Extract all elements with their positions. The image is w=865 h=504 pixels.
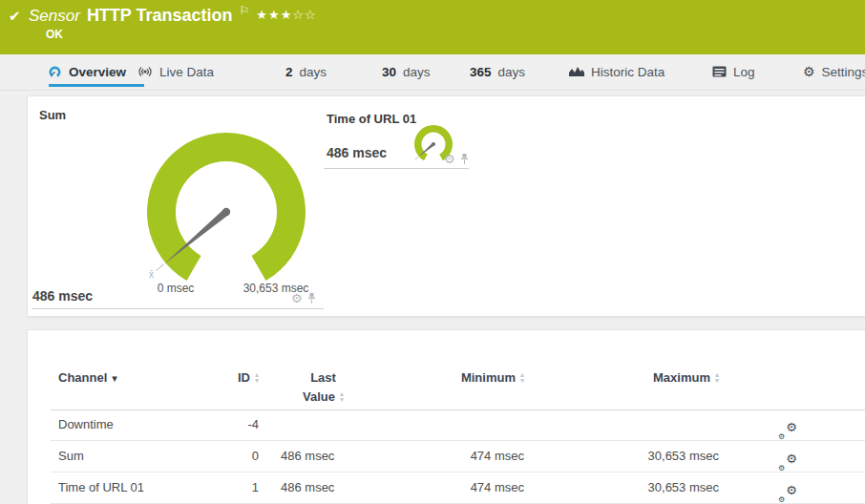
column-header-last-value[interactable]: Last Value ▴▾ — [278, 370, 369, 404]
stars-empty[interactable]: ☆☆ — [292, 8, 316, 22]
gauge-average-marker: x̄ — [149, 269, 154, 280]
channel-settings-icon[interactable]: ⚙⚙ — [778, 487, 797, 504]
gauge-icon — [48, 65, 62, 79]
sort-active-caret-icon: ▾ — [112, 372, 117, 385]
gauge-url01-value: 486 msec — [327, 145, 387, 160]
tab-365-days[interactable]: 365 days — [470, 59, 525, 84]
tab-2-days-number: 2 — [285, 65, 293, 79]
gauge-sum-title: Sum — [39, 108, 66, 122]
gauge-url01-divider — [324, 168, 469, 169]
channel-name: Sum — [58, 441, 84, 472]
gauge-sum-pin-icon[interactable] — [306, 292, 317, 304]
channel-minimum: 474 msec — [390, 441, 524, 472]
table-row-time-of-url-01: Time of URL 01 1 486 msec 474 msec 30,65… — [51, 472, 865, 504]
gauge-sum-value: 486 msec — [32, 288, 93, 304]
column-header-channel-label: Channel — [58, 370, 107, 385]
tab-2-days[interactable]: 2 days — [285, 59, 327, 84]
table-header-row: Channel ▾ ID ▴▾ Last Value ▴▾ Minimum ▴▾… — [51, 359, 865, 410]
priority-flag-icon[interactable]: ⚐ — [240, 4, 250, 17]
priority-stars[interactable]: ★★★☆☆ — [256, 8, 316, 22]
tab-30-days-label: days — [403, 65, 431, 79]
tab-settings-label: Settings — [822, 65, 865, 79]
column-header-maximum[interactable]: Maximum ▴▾ — [581, 370, 719, 385]
gauge-url01-pin-icon[interactable] — [459, 153, 470, 165]
gauge-sum-min-label: 0 msec — [142, 282, 209, 295]
tab-overview-label: Overview — [69, 65, 126, 79]
sensor-header: ✔ Sensor HTTP Transaction ⚐ ★★★☆☆ OK — [0, 0, 865, 54]
log-icon — [712, 66, 727, 77]
object-kind-label: Sensor — [29, 7, 80, 26]
column-header-id-label: ID — [238, 370, 250, 385]
channel-name: Downtime — [58, 410, 114, 440]
gauges-panel: Sum x̄ 0 msec 30,653 msec 486 msec ⚙ Tim… — [27, 95, 865, 317]
channel-settings-icon[interactable]: ⚙⚙ — [778, 424, 797, 441]
tab-30-days-number: 30 — [382, 65, 396, 79]
tab-log-label: Log — [733, 65, 755, 79]
gauge-url01-settings-icon[interactable]: ⚙ — [444, 153, 455, 165]
column-header-id[interactable]: ID ▴▾ — [161, 370, 259, 385]
channel-name: Time of URL 01 — [58, 472, 144, 503]
channel-maximum: 30,653 msec — [581, 472, 719, 503]
tab-log[interactable]: Log — [712, 59, 755, 84]
gauge-url01-title: Time of URL 01 — [327, 112, 416, 126]
tab-bar: Overview Live Data 2 days 30 days 365 da… — [0, 54, 865, 95]
tab-settings[interactable]: ⚙ Settings — [803, 59, 865, 84]
channels-panel: Channel ▾ ID ▴▾ Last Value ▴▾ Minimum ▴▾… — [27, 329, 865, 504]
gauge-sum-divider — [32, 308, 324, 309]
column-header-channel[interactable]: Channel ▾ — [58, 370, 117, 385]
tab-2-days-label: days — [300, 65, 327, 79]
settings-gear-icon: ⚙ — [803, 65, 815, 78]
column-header-maximum-label: Maximum — [653, 370, 710, 385]
column-header-minimum[interactable]: Minimum ▴▾ — [390, 370, 524, 385]
sort-icon: ▴▾ — [715, 372, 719, 384]
sort-icon: ▴▾ — [255, 372, 259, 384]
channel-id: 0 — [163, 441, 259, 472]
channel-last-value: 486 msec — [281, 472, 334, 503]
historic-chart-icon — [569, 66, 584, 77]
table-row-downtime: Downtime -4 ⚙⚙ — [51, 410, 865, 441]
stars-filled[interactable]: ★★★ — [256, 8, 292, 22]
active-tab-underline — [49, 84, 144, 87]
column-header-minimum-label: Minimum — [461, 370, 516, 385]
channel-id: -4 — [163, 410, 259, 440]
tab-365-days-label: days — [498, 65, 526, 79]
channel-minimum: 474 msec — [390, 472, 524, 503]
live-data-icon — [137, 65, 153, 78]
column-header-value-label: Value — [303, 389, 335, 404]
gauge-sum-settings-icon[interactable]: ⚙ — [291, 292, 303, 304]
tab-live-data[interactable]: Live Data — [137, 59, 214, 84]
table-row-sum: Sum 0 486 msec 474 msec 30,653 msec ⚙⚙ — [51, 441, 865, 472]
tab-365-days-number: 365 — [470, 65, 492, 79]
sensor-title: HTTP Transaction — [87, 6, 233, 26]
tabbar-divider — [0, 90, 865, 91]
sort-icon: ▴▾ — [520, 372, 524, 384]
status-ok-check-icon: ✔ — [9, 8, 21, 25]
sort-icon: ▴▾ — [340, 391, 344, 403]
column-header-last-label: Last — [310, 370, 336, 385]
status-badge: OK — [46, 28, 63, 41]
channel-maximum: 30,653 msec — [581, 441, 719, 472]
tab-30-days[interactable]: 30 days — [382, 59, 431, 84]
channel-last-value: 486 msec — [281, 441, 334, 472]
tab-overview[interactable]: Overview — [48, 59, 126, 84]
tab-historic-data[interactable]: Historic Data — [569, 59, 665, 84]
channel-settings-icon[interactable]: ⚙⚙ — [778, 455, 797, 472]
tab-live-data-label: Live Data — [159, 65, 214, 79]
gauge-sum-dial: x̄ — [131, 116, 322, 307]
channel-id: 1 — [163, 472, 259, 503]
tab-historic-data-label: Historic Data — [591, 65, 665, 79]
